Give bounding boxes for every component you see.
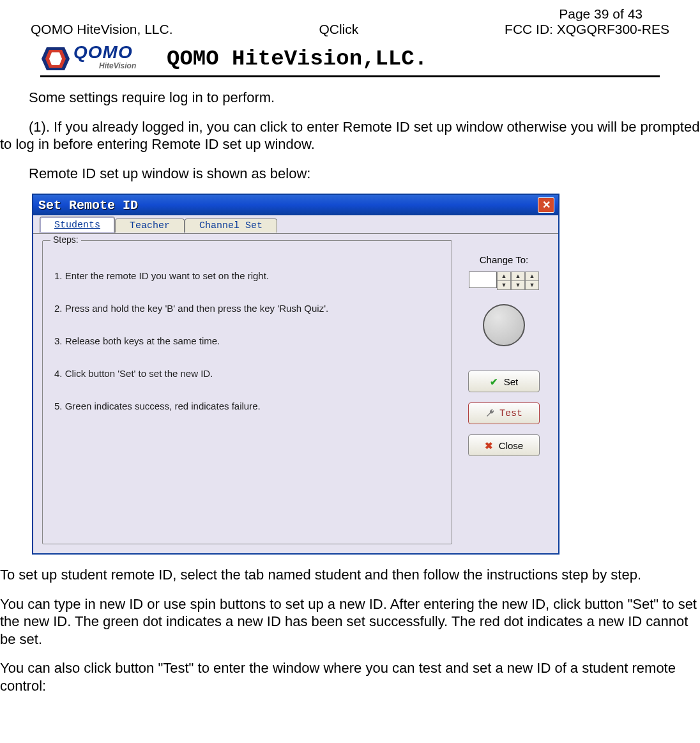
header-left: QOMO HiteVision, LLC. <box>31 22 173 37</box>
logo-main-text: QOMO <box>73 42 133 63</box>
para-2: (1). If you already logged in, you can c… <box>0 118 700 153</box>
wrench-icon <box>485 408 496 418</box>
para-1: Some settings require log in to perform. <box>29 89 700 107</box>
change-to-label: Change To: <box>480 254 528 265</box>
close-button[interactable]: ✖ Close <box>468 434 540 456</box>
spin-col-3: ▲ ▼ <box>525 272 539 290</box>
para-3: Remote ID set up window is shown as belo… <box>29 165 700 183</box>
step-5: 5. Green indicates success, red indicate… <box>54 401 444 411</box>
document-page: Page 39 of 43 QOMO HiteVision, LLC. QCli… <box>0 0 700 720</box>
dialog-body: Steps: 1. Enter the remote ID you want t… <box>33 233 558 553</box>
steps-legend: Steps: <box>50 234 81 245</box>
para-5: You can type in new ID or use spin butto… <box>0 595 700 648</box>
dialog-titlebar[interactable]: Set Remote ID ✕ <box>33 195 558 215</box>
tab-channel-set-label: Channel Set <box>199 220 262 231</box>
side-panel: Change To: ▲ ▼ ▲ ▼ ▲ ▼ <box>459 240 549 544</box>
para-6: You can also click button "Test" to ente… <box>0 659 700 694</box>
set-button-label: Set <box>504 376 519 387</box>
status-dot-icon <box>483 304 525 346</box>
set-button[interactable]: ✔ Set <box>468 371 540 392</box>
id-input[interactable] <box>469 272 497 288</box>
close-icon[interactable]: ✕ <box>538 197 554 213</box>
spin-down-2-icon[interactable]: ▼ <box>512 281 524 289</box>
tab-row: Students Teacher Channel Set <box>40 217 558 233</box>
tab-teacher[interactable]: Teacher <box>115 218 185 233</box>
page-number: Page 39 of 43 <box>0 6 643 22</box>
header-right: FCC ID: XQGQRF300-RES <box>505 22 669 37</box>
remote-id-dialog: Set Remote ID ✕ Students Teacher Channel… <box>32 194 559 555</box>
qomo-logo: QOMO HiteVision <box>40 42 155 75</box>
letterhead: QOMO HiteVision QOMO HiteVision,LLC. <box>40 42 660 77</box>
id-spinner: ▲ ▼ ▲ ▼ ▲ ▼ <box>469 272 539 290</box>
close-button-label: Close <box>499 440 523 451</box>
spin-up-1-icon[interactable]: ▲ <box>498 272 510 281</box>
spin-down-3-icon[interactable]: ▼ <box>526 281 538 289</box>
para-4: To set up student remote ID, select the … <box>0 566 700 584</box>
dialog-title: Set Remote ID <box>38 198 138 213</box>
spin-up-2-icon[interactable]: ▲ <box>512 272 524 281</box>
header-meta-row: QOMO HiteVision, LLC. QClick FCC ID: XQG… <box>31 22 669 37</box>
logo-icon <box>40 45 71 72</box>
spin-col-2: ▲ ▼ <box>511 272 525 290</box>
tab-channel-set[interactable]: Channel Set <box>185 218 277 233</box>
header-center: QClick <box>319 22 358 37</box>
step-1: 1. Enter the remote ID you want to set o… <box>54 270 444 281</box>
letterhead-title: QOMO HiteVision,LLC. <box>167 47 427 71</box>
x-icon: ✖ <box>485 440 495 450</box>
spin-down-1-icon[interactable]: ▼ <box>498 281 510 289</box>
tab-students[interactable]: Students <box>40 217 115 233</box>
step-2: 2. Press and hold the key 'B' and then p… <box>54 303 444 314</box>
test-button-label: Test <box>499 408 522 419</box>
spin-up-3-icon[interactable]: ▲ <box>526 272 538 281</box>
tab-teacher-label: Teacher <box>130 220 170 231</box>
tab-students-label: Students <box>54 220 100 231</box>
svg-marker-2 <box>49 52 62 65</box>
spin-col-1: ▲ ▼ <box>497 272 511 290</box>
step-3: 3. Release both keys at the same time. <box>54 335 444 346</box>
step-4: 4. Click button 'Set' to set the new ID. <box>54 368 444 379</box>
check-icon: ✔ <box>490 376 500 387</box>
logo-sub-text: HiteVision <box>99 61 136 70</box>
steps-groupbox: Steps: 1. Enter the remote ID you want t… <box>42 240 452 544</box>
test-button[interactable]: Test <box>468 402 540 424</box>
